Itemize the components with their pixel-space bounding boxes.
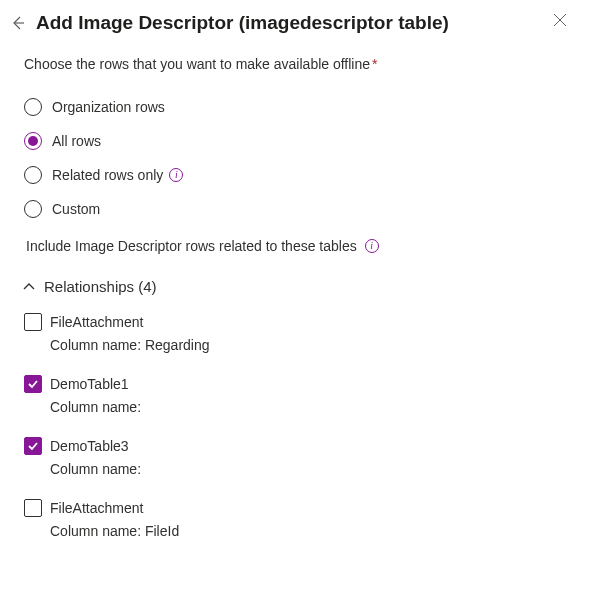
- close-button[interactable]: [544, 4, 576, 36]
- page-title: Add Image Descriptor (imagedescriptor ta…: [36, 12, 544, 34]
- checkbox: [24, 375, 42, 393]
- radio-label: All rows: [52, 133, 101, 149]
- relationships-list: FileAttachmentColumn name: RegardingDemo…: [24, 313, 568, 539]
- radio-option[interactable]: Organization rows: [24, 90, 568, 124]
- info-icon[interactable]: i: [169, 168, 183, 182]
- relationship-column: Column name: FileId: [50, 523, 568, 539]
- relationship-column: Column name:: [50, 461, 568, 477]
- relationship-name: DemoTable1: [50, 376, 129, 392]
- relationship-checkbox-row[interactable]: DemoTable1: [24, 375, 568, 393]
- radio-option[interactable]: Custom: [24, 192, 568, 226]
- relationship-checkbox-row[interactable]: FileAttachment: [24, 499, 568, 517]
- radio-label: Organization rows: [52, 99, 165, 115]
- relationship-name: DemoTable3: [50, 438, 129, 454]
- relationship-checkbox-row[interactable]: FileAttachment: [24, 313, 568, 331]
- relationship-column: Column name: Regarding: [50, 337, 568, 353]
- checkbox: [24, 437, 42, 455]
- relationship-column: Column name:: [50, 399, 568, 415]
- related-tables-label: Include Image Descriptor rows related to…: [26, 238, 568, 254]
- radio-indicator: [24, 132, 42, 150]
- radio-label: Related rows onlyi: [52, 167, 183, 183]
- radio-option[interactable]: Related rows onlyi: [24, 158, 568, 192]
- checkbox: [24, 499, 42, 517]
- relationship-checkbox-row[interactable]: DemoTable3: [24, 437, 568, 455]
- relationships-toggle[interactable]: Relationships (4): [22, 278, 568, 295]
- radio-indicator: [24, 98, 42, 116]
- back-button[interactable]: [8, 13, 28, 33]
- relationship-item: FileAttachmentColumn name: FileId: [24, 499, 568, 539]
- relationship-item: DemoTable3Column name:: [24, 437, 568, 477]
- radio-indicator: [24, 166, 42, 184]
- rows-radio-group: Organization rowsAll rowsRelated rows on…: [24, 90, 568, 226]
- checkbox: [24, 313, 42, 331]
- relationship-name: FileAttachment: [50, 500, 143, 516]
- relationships-label: Relationships (4): [44, 278, 157, 295]
- relationship-item: DemoTable1Column name:: [24, 375, 568, 415]
- radio-indicator: [24, 200, 42, 218]
- relationship-item: FileAttachmentColumn name: Regarding: [24, 313, 568, 353]
- chevron-up-icon: [22, 280, 36, 294]
- info-icon[interactable]: i: [365, 239, 379, 253]
- required-asterisk: *: [372, 56, 377, 72]
- relationship-name: FileAttachment: [50, 314, 143, 330]
- prompt-label: Choose the rows that you want to make av…: [24, 56, 568, 72]
- radio-option[interactable]: All rows: [24, 124, 568, 158]
- radio-label: Custom: [52, 201, 100, 217]
